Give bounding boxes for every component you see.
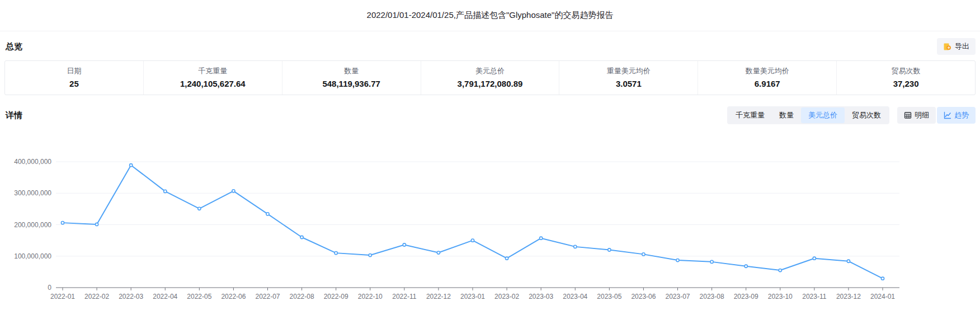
x-axis-tick-label: 2023-04 bbox=[563, 293, 587, 300]
x-axis-tick-label: 2023-03 bbox=[529, 293, 553, 300]
details-heading: 详情 bbox=[6, 110, 22, 121]
x-axis-tick-label: 2022-04 bbox=[153, 293, 177, 300]
data-point[interactable] bbox=[471, 239, 474, 242]
overview-header: 总览 导出 bbox=[0, 31, 980, 60]
stat-value: 548,119,936.77 bbox=[282, 79, 421, 88]
x-axis-tick-label: 2024-01 bbox=[870, 293, 895, 300]
overview-stats-card: 日期25千克重量1,240,105,627.64数量548,119,936.77… bbox=[4, 60, 976, 95]
data-point[interactable] bbox=[676, 259, 679, 261]
export-button-label: 导出 bbox=[955, 41, 969, 51]
x-axis-tick-label: 2023-01 bbox=[460, 293, 485, 300]
metric-tab[interactable]: 数量 bbox=[772, 107, 801, 123]
stat-value: 25 bbox=[5, 79, 143, 88]
stat-value: 37,230 bbox=[837, 79, 975, 88]
view-tab-label: 趋势 bbox=[954, 110, 969, 120]
report-title: 2022/01/01-2024/01/25,产品描述包含"Glyphosate"… bbox=[367, 10, 614, 21]
data-point[interactable] bbox=[164, 190, 167, 192]
y-axis-tick-label: 100,000,000 bbox=[14, 252, 51, 260]
data-point[interactable] bbox=[95, 223, 98, 226]
data-point[interactable] bbox=[540, 237, 543, 239]
stat-label: 数量美元均价 bbox=[698, 66, 836, 76]
data-point[interactable] bbox=[266, 213, 269, 215]
view-tab-detail[interactable]: 明细 bbox=[897, 107, 936, 124]
stat-label: 日期 bbox=[5, 66, 143, 76]
data-point[interactable] bbox=[608, 248, 611, 251]
trend-line-chart[interactable]: 0100,000,000200,000,000300,000,000400,00… bbox=[0, 138, 980, 310]
data-point[interactable] bbox=[813, 257, 816, 260]
stat-item: 数量548,119,936.77 bbox=[282, 61, 421, 95]
table-icon bbox=[904, 111, 912, 119]
x-axis-tick-label: 2022-06 bbox=[221, 293, 246, 300]
stat-value: 6.9167 bbox=[698, 79, 836, 88]
series-line bbox=[63, 165, 883, 279]
x-axis-tick-label: 2022-05 bbox=[187, 293, 211, 300]
x-axis-tick-label: 2022-08 bbox=[290, 293, 314, 300]
stat-value: 3,791,172,080.89 bbox=[421, 79, 559, 88]
x-axis-tick-label: 2022-12 bbox=[426, 293, 451, 300]
export-icon bbox=[943, 43, 951, 51]
trend-chart-container: 0100,000,000200,000,000300,000,000400,00… bbox=[0, 138, 980, 310]
x-axis-tick-label: 2022-07 bbox=[255, 293, 280, 300]
overview-heading: 总览 bbox=[6, 41, 22, 52]
report-titlebar: 2022/01/01-2024/01/25,产品描述包含"Glyphosate"… bbox=[0, 0, 980, 31]
view-tab-trend[interactable]: 趋势 bbox=[937, 107, 976, 124]
details-header: 详情 千克重量数量美元总价贸易次数 明细趋势 bbox=[0, 95, 980, 130]
y-axis-tick-label: 200,000,000 bbox=[14, 221, 51, 229]
metric-tab-group: 千克重量数量美元总价贸易次数 bbox=[727, 106, 889, 124]
data-point[interactable] bbox=[847, 260, 850, 262]
metric-tab[interactable]: 美元总价 bbox=[801, 107, 845, 123]
export-button[interactable]: 导出 bbox=[937, 38, 976, 55]
data-point[interactable] bbox=[574, 245, 577, 248]
x-axis-tick-label: 2023-08 bbox=[700, 293, 724, 300]
x-axis-tick-label: 2023-02 bbox=[494, 293, 519, 300]
metric-tab[interactable]: 贸易次数 bbox=[845, 107, 888, 123]
x-axis-tick-label: 2022-11 bbox=[392, 293, 416, 300]
data-point[interactable] bbox=[369, 253, 371, 256]
data-point[interactable] bbox=[61, 222, 64, 224]
data-point[interactable] bbox=[300, 236, 303, 238]
data-point[interactable] bbox=[437, 251, 440, 254]
data-point[interactable] bbox=[130, 164, 133, 167]
stat-value: 3.0571 bbox=[559, 79, 698, 88]
view-tab-group: 明细趋势 bbox=[897, 107, 976, 124]
data-point[interactable] bbox=[334, 252, 337, 255]
x-axis-tick-label: 2022-10 bbox=[358, 293, 383, 300]
x-axis-tick-label: 2023-07 bbox=[665, 293, 690, 300]
stat-label: 重量美元均价 bbox=[559, 66, 698, 76]
x-axis-tick-label: 2023-12 bbox=[836, 293, 861, 300]
stat-item: 数量美元均价6.9167 bbox=[698, 61, 837, 95]
data-point[interactable] bbox=[710, 260, 713, 263]
x-axis-tick-label: 2023-06 bbox=[631, 293, 656, 300]
y-axis-tick-label: 300,000,000 bbox=[14, 189, 51, 197]
stat-value: 1,240,105,627.64 bbox=[144, 79, 282, 88]
x-axis-tick-label: 2022-09 bbox=[324, 293, 348, 300]
data-point[interactable] bbox=[779, 269, 781, 271]
data-point[interactable] bbox=[642, 253, 645, 256]
stat-label: 千克重量 bbox=[144, 66, 282, 76]
x-axis-tick-label: 2022-01 bbox=[50, 293, 75, 300]
stat-item: 重量美元均价3.0571 bbox=[559, 61, 698, 95]
x-axis-tick-label: 2022-03 bbox=[119, 293, 143, 300]
stat-item: 千克重量1,240,105,627.64 bbox=[144, 61, 282, 95]
stat-label: 数量 bbox=[282, 66, 421, 76]
details-tab-groups: 千克重量数量美元总价贸易次数 明细趋势 bbox=[727, 106, 976, 124]
data-point[interactable] bbox=[198, 207, 201, 210]
data-point[interactable] bbox=[881, 277, 884, 280]
x-axis-tick-label: 2023-09 bbox=[734, 293, 758, 300]
stat-label: 美元总价 bbox=[421, 66, 559, 76]
x-axis-tick-label: 2023-10 bbox=[768, 293, 793, 300]
data-point[interactable] bbox=[745, 265, 747, 267]
metric-tab[interactable]: 千克重量 bbox=[728, 107, 772, 123]
stat-item: 美元总价3,791,172,080.89 bbox=[421, 61, 560, 95]
view-tab-label: 明细 bbox=[915, 110, 929, 120]
y-axis-tick-label: 0 bbox=[48, 284, 51, 292]
x-axis-tick-label: 2023-05 bbox=[597, 293, 621, 300]
data-point[interactable] bbox=[403, 243, 406, 246]
x-axis-tick-label: 2023-11 bbox=[802, 293, 826, 300]
trend-icon bbox=[944, 111, 951, 119]
x-axis-tick-label: 2022-02 bbox=[84, 293, 109, 300]
data-point[interactable] bbox=[505, 257, 508, 260]
stat-item: 日期25 bbox=[5, 61, 144, 95]
y-axis-tick-label: 400,000,000 bbox=[14, 158, 51, 166]
data-point[interactable] bbox=[232, 190, 235, 192]
